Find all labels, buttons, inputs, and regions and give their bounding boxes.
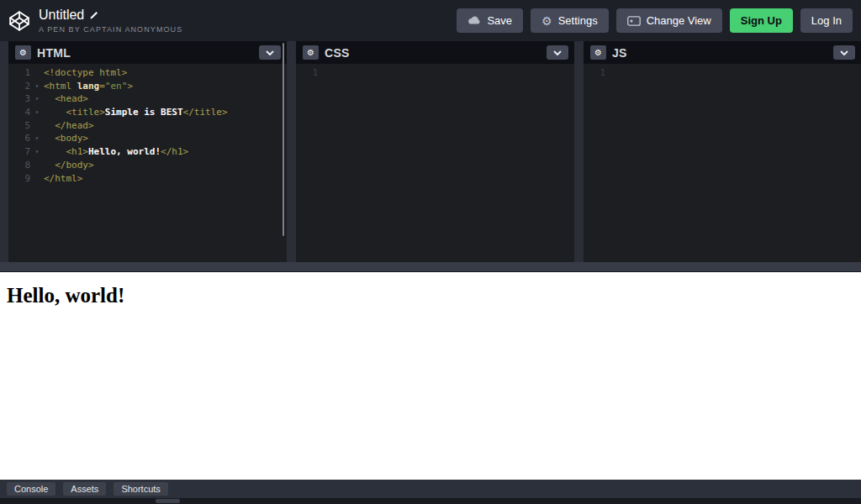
codepen-logo-icon[interactable] bbox=[8, 10, 30, 32]
css-collapse-button[interactable] bbox=[547, 45, 568, 60]
code-line: 2▾<html lang="en"> bbox=[8, 80, 287, 93]
css-settings-gear-button[interactable]: ⚙ bbox=[303, 45, 319, 60]
change-view-label: Change View bbox=[647, 14, 711, 27]
log-in-label: Log In bbox=[811, 14, 842, 27]
top-header-bar: Untitled A PEN BY CAPTAIN ANONYMOUS Save… bbox=[0, 0, 861, 41]
save-label: Save bbox=[487, 14, 512, 27]
chevron-down-icon bbox=[553, 50, 562, 55]
code-line: 4▾ <title>Simple is BEST</title> bbox=[8, 106, 287, 119]
bottom-scrollbar-track bbox=[0, 498, 861, 504]
code-line: 3▾ <head> bbox=[8, 92, 287, 106]
log-in-button[interactable]: Log In bbox=[800, 8, 853, 33]
css-editor-panel: ⚙ CSS 1 bbox=[296, 41, 574, 262]
html-collapse-button[interactable] bbox=[259, 45, 281, 60]
shortcuts-button[interactable]: Shortcuts bbox=[114, 482, 167, 496]
html-code-editor[interactable]: 1<!doctype html>2▾<html lang="en">3▾ <he… bbox=[8, 64, 287, 262]
html-editor-panel: ⚙ HTML 1<!doctype html>2▾<html lang="en"… bbox=[8, 41, 287, 262]
js-panel-title: JS bbox=[612, 46, 627, 60]
edit-pencil-icon[interactable] bbox=[89, 10, 99, 20]
gear-icon: ⚙ bbox=[19, 49, 27, 57]
code-line: 1 bbox=[584, 66, 861, 80]
html-panel-header: ⚙ HTML bbox=[8, 41, 287, 64]
pen-author-subtitle: A PEN BY CAPTAIN ANONYMOUS bbox=[39, 25, 182, 34]
sign-up-button[interactable]: Sign Up bbox=[730, 8, 793, 33]
css-panel-header: ⚙ CSS bbox=[296, 41, 574, 64]
editor-scrollbar[interactable] bbox=[283, 43, 284, 236]
code-line: 1<!doctype html> bbox=[8, 66, 287, 80]
sign-up-label: Sign Up bbox=[741, 14, 782, 27]
horizontal-resize-bar[interactable] bbox=[0, 262, 861, 272]
settings-button[interactable]: ⚙ Settings bbox=[531, 8, 609, 33]
js-editor-panel: ⚙ JS 1 bbox=[584, 41, 861, 262]
save-button[interactable]: Save bbox=[457, 8, 523, 33]
gear-icon: ⚙ bbox=[594, 49, 602, 57]
preview-heading: Hello, world! bbox=[7, 284, 861, 307]
chevron-down-icon bbox=[840, 50, 848, 55]
code-line: 1 bbox=[296, 66, 574, 80]
gear-icon: ⚙ bbox=[307, 49, 314, 57]
css-panel-title: CSS bbox=[325, 46, 350, 60]
preview-pane: Hello, world! bbox=[0, 272, 861, 480]
js-panel-header: ⚙ JS bbox=[584, 41, 861, 64]
chevron-down-icon bbox=[266, 50, 274, 55]
change-view-button[interactable]: Change View bbox=[616, 8, 722, 33]
code-line: 6▾ <body> bbox=[8, 132, 287, 145]
js-code-editor[interactable]: 1 bbox=[584, 64, 861, 262]
pen-title-block: Untitled A PEN BY CAPTAIN ANONYMOUS bbox=[39, 8, 182, 34]
settings-label: Settings bbox=[558, 14, 598, 27]
footer-bar: Console Assets Shortcuts bbox=[0, 480, 861, 498]
console-button[interactable]: Console bbox=[7, 482, 55, 496]
code-line: 7▾ <h1>Hello, world!</h1> bbox=[8, 145, 287, 159]
css-code-editor[interactable]: 1 bbox=[296, 64, 574, 262]
assets-button[interactable]: Assets bbox=[63, 482, 106, 496]
header-actions: Save ⚙ Settings Change View Sign Up Log … bbox=[457, 8, 853, 33]
code-line: 8 </body> bbox=[8, 159, 287, 172]
cloud-icon bbox=[467, 16, 481, 25]
change-view-icon bbox=[627, 16, 641, 26]
html-panel-title: HTML bbox=[37, 46, 71, 60]
pen-title: Untitled bbox=[39, 8, 84, 23]
gear-icon: ⚙ bbox=[541, 15, 552, 27]
code-line: 9</html> bbox=[8, 172, 287, 186]
js-settings-gear-button[interactable]: ⚙ bbox=[590, 45, 606, 60]
code-line: 5 </head> bbox=[8, 119, 287, 133]
html-settings-gear-button[interactable]: ⚙ bbox=[15, 45, 31, 60]
js-collapse-button[interactable] bbox=[833, 45, 855, 60]
editor-zone: ⚙ HTML 1<!doctype html>2▾<html lang="en"… bbox=[0, 41, 861, 262]
scrollbar-thumb[interactable] bbox=[156, 499, 180, 503]
